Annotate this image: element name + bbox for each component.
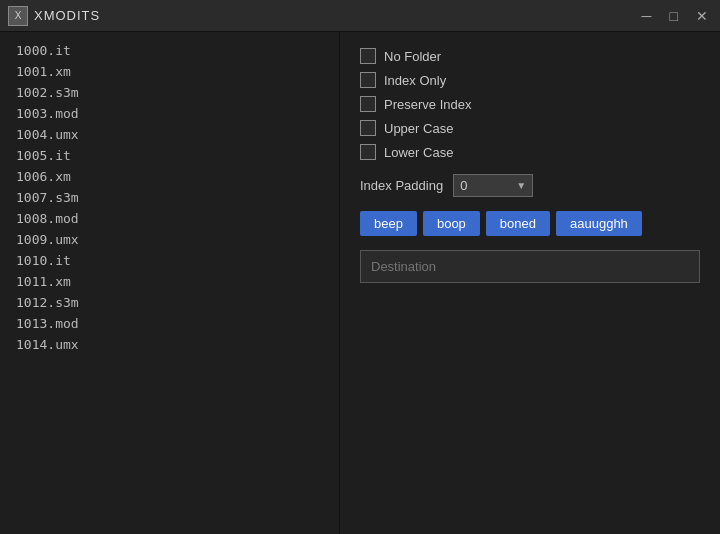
right-panel: No Folder Index Only Preserve Index Uppe… [340, 32, 720, 534]
checkbox-index-only[interactable]: Index Only [360, 72, 700, 88]
list-item[interactable]: 1010.it [8, 250, 339, 271]
list-item[interactable]: 1009.umx [8, 229, 339, 250]
checkbox-no-folder-box[interactable] [360, 48, 376, 64]
list-item[interactable]: 1008.mod [8, 208, 339, 229]
list-item[interactable]: 1011.xm [8, 271, 339, 292]
list-item[interactable]: 1000.it [8, 40, 339, 61]
window-controls: ─ □ ✕ [638, 7, 712, 25]
list-item[interactable]: 1012.s3m [8, 292, 339, 313]
destination-input[interactable] [360, 250, 700, 283]
minimize-button[interactable]: ─ [638, 7, 656, 25]
checkbox-upper-case-box[interactable] [360, 120, 376, 136]
checkbox-lower-case-label: Lower Case [384, 145, 453, 160]
checkbox-lower-case-box[interactable] [360, 144, 376, 160]
list-item[interactable]: 1003.mod [8, 103, 339, 124]
dropdown-arrow-icon: ▼ [516, 180, 526, 191]
list-item[interactable]: 1014.umx [8, 334, 339, 355]
app-icon: X [8, 6, 28, 26]
quick-tag-button[interactable]: beep [360, 211, 417, 236]
checkbox-preserve-index-box[interactable] [360, 96, 376, 112]
checkbox-preserve-index-label: Preserve Index [384, 97, 471, 112]
quick-tag-button[interactable]: boop [423, 211, 480, 236]
titlebar-left: X XMODITS [8, 6, 100, 26]
file-list-panel: 1000.it1001.xm1002.s3m1003.mod1004.umx10… [0, 32, 340, 534]
main-layout: 1000.it1001.xm1002.s3m1003.mod1004.umx10… [0, 32, 720, 534]
checkbox-index-only-label: Index Only [384, 73, 446, 88]
list-item[interactable]: 1013.mod [8, 313, 339, 334]
file-list-scroll[interactable]: 1000.it1001.xm1002.s3m1003.mod1004.umx10… [0, 32, 339, 534]
checkbox-upper-case[interactable]: Upper Case [360, 120, 700, 136]
app-title: XMODITS [34, 8, 100, 23]
index-padding-label: Index Padding [360, 178, 443, 193]
list-item[interactable]: 1006.xm [8, 166, 339, 187]
options-group: No Folder Index Only Preserve Index Uppe… [360, 48, 700, 160]
index-padding-select[interactable]: 0 ▼ [453, 174, 533, 197]
checkbox-upper-case-label: Upper Case [384, 121, 453, 136]
quick-tags: beepboopbonedaauugghh [360, 211, 700, 236]
index-padding-row: Index Padding 0 ▼ [360, 174, 700, 197]
titlebar: X XMODITS ─ □ ✕ [0, 0, 720, 32]
index-padding-value: 0 [460, 178, 510, 193]
checkbox-no-folder-label: No Folder [384, 49, 441, 64]
close-button[interactable]: ✕ [692, 7, 712, 25]
list-item[interactable]: 1007.s3m [8, 187, 339, 208]
quick-tag-button[interactable]: aauugghh [556, 211, 642, 236]
checkbox-preserve-index[interactable]: Preserve Index [360, 96, 700, 112]
checkbox-lower-case[interactable]: Lower Case [360, 144, 700, 160]
list-item[interactable]: 1004.umx [8, 124, 339, 145]
checkbox-no-folder[interactable]: No Folder [360, 48, 700, 64]
checkbox-index-only-box[interactable] [360, 72, 376, 88]
quick-tag-button[interactable]: boned [486, 211, 550, 236]
maximize-button[interactable]: □ [666, 7, 682, 25]
list-item[interactable]: 1001.xm [8, 61, 339, 82]
list-item[interactable]: 1002.s3m [8, 82, 339, 103]
list-item[interactable]: 1005.it [8, 145, 339, 166]
